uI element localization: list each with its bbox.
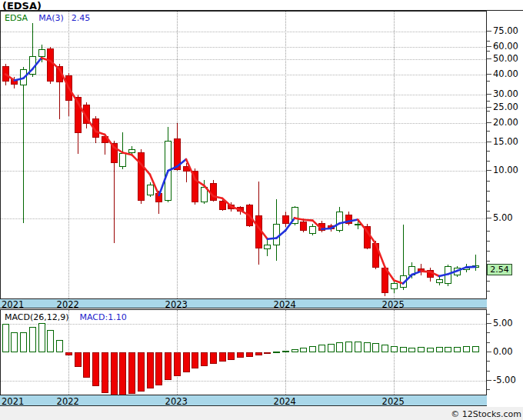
price-axis-minor-tick [487,251,490,252]
macd-value-label: MACD:1.10 [80,312,127,322]
price-axis-minor-tick [487,181,490,182]
macd-bar [381,345,388,352]
candle-body [246,205,253,226]
year-gridline [394,12,395,298]
macd-bar [11,332,18,352]
price-axis-tick [487,218,491,218]
price-axis-tick [487,170,491,171]
macd-bar [372,343,379,352]
candle-body [201,187,208,202]
macd-axis-label: 0.00 [493,346,513,357]
candle-body [147,185,154,195]
macd-bar [300,348,307,352]
candle-body [219,201,226,210]
price-axis-minor-tick [487,201,490,202]
candle-body [174,138,181,170]
macd-plot-area [1,310,486,395]
candle-body [273,224,280,245]
macd-bar [408,348,415,352]
price-axis-minor-tick [487,191,490,192]
candle-body [237,207,244,212]
macd-bar [318,345,325,352]
price-x-axis-band: 20212022202320242025 [0,298,487,308]
price-gridline [1,218,486,219]
macd-bar [155,352,162,385]
macd-axis-tick [487,314,490,315]
macd-bar [336,342,343,352]
macd-axis-tick [487,332,490,333]
year-label: 2025 [379,300,407,309]
macd-bar [38,323,45,352]
macd-bar [201,352,208,366]
price-axis-minor-tick [487,291,490,292]
macd-x-axis-band: 20212022202320242025 [0,395,487,406]
candle-body [47,48,54,82]
candle-body [345,215,352,225]
year-label: 2022 [54,300,82,309]
price-axis-minor-tick [487,41,490,42]
macd-bar [65,352,72,355]
price-axis-minor-tick [487,151,490,152]
macd-params-label: MACD(26,12,9) [5,312,69,322]
price-chart-panel: EDSAMA(3)2.45 [0,11,487,299]
macd-axis-tick [487,323,491,324]
candle-body [355,224,361,226]
macd-bar [291,349,298,352]
price-axis-label: 10.00 [493,165,518,175]
price-axis-minor-tick [487,231,490,232]
macd-bar [355,342,361,352]
price-axis-label: 40.00 [493,68,518,79]
candle-body [119,153,126,167]
candle-body [155,193,162,202]
macd-axis-tick [487,380,491,381]
macd-bar [165,352,172,380]
macd-panel: MACD(26,12,9)MACD:1.10 [0,309,487,395]
candle-body [128,149,135,153]
macd-bar [147,352,154,388]
price-axis-label: 75.00 [493,25,518,36]
candle-body [165,141,172,201]
macd-bar [174,352,181,376]
price-axis-label: 50.00 [493,53,518,64]
macd-bar [328,344,335,352]
year-label: 2023 [162,397,190,406]
macd-bar [391,346,398,352]
footer-strip: © 12Stocks.com [0,407,523,420]
candle-body [463,268,470,270]
macd-bar [445,347,451,352]
macd-bar [400,347,407,352]
candle-body [391,283,398,289]
stock-chart-page: (EDSA) EDSAMA(3)2.45 2021202220232024202… [0,0,523,420]
last-price-badge: 2.54 [487,264,512,275]
macd-axis-label: -5.00 [493,375,516,385]
macd-bar [92,352,99,386]
macd-bar [119,352,126,395]
macd-bar [418,347,425,352]
macd-bar [210,352,217,364]
macd-axis-tick [487,361,490,362]
macd-bar [454,347,461,352]
macd-axis-tick [487,371,490,372]
candle-body [309,226,316,234]
macd-bar [282,351,289,352]
macd-bar [436,347,443,352]
macd-bar [463,346,470,352]
price-axis-tick [487,107,491,108]
candle-body [92,118,99,138]
price-axis-minor-tick [487,161,490,162]
candle-body [436,279,443,283]
price-axis-tick [487,46,491,47]
macd-bar [47,330,54,352]
price-axis-minor-tick [487,261,490,262]
ma-value: 2.45 [72,13,91,23]
macd-bar [83,352,90,378]
price-axis-label: 20.00 [493,117,518,128]
price-axis-label: 15.00 [493,136,518,147]
price-gridline [1,75,486,75]
year-label: 2025 [379,397,407,406]
price-gridline [1,32,486,32]
year-label: 2022 [54,397,82,406]
price-axis-tick [487,58,491,59]
macd-gridline [1,324,486,325]
candle-body [364,226,371,248]
